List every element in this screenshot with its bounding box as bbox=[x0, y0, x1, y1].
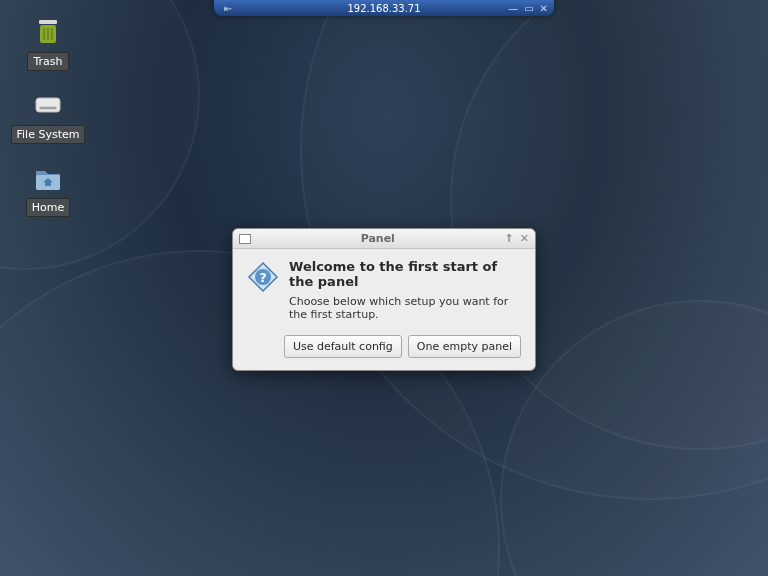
svg-rect-0 bbox=[39, 20, 57, 24]
svg-rect-2 bbox=[43, 28, 45, 40]
dialog-subtext: Choose below which setup you want for th… bbox=[289, 295, 521, 321]
dialog-titlebar[interactable]: Panel ↑ ✕ bbox=[233, 229, 535, 249]
svg-rect-4 bbox=[51, 28, 53, 40]
desktop-icon-label: File System bbox=[11, 125, 86, 144]
desktop-icon-label: Home bbox=[26, 198, 70, 217]
desktop-icon-filesystem[interactable]: File System bbox=[20, 89, 76, 144]
svg-rect-6 bbox=[40, 107, 56, 109]
dialog-rollup-icon[interactable]: ↑ bbox=[505, 232, 514, 245]
svg-text:?: ? bbox=[259, 270, 267, 285]
trash-icon bbox=[32, 16, 64, 48]
pin-icon[interactable]: ⇤ bbox=[224, 3, 232, 14]
desktop-icon-home[interactable]: Home bbox=[20, 162, 76, 217]
window-icon bbox=[239, 234, 251, 244]
dialog-title: Panel bbox=[251, 232, 505, 245]
minimize-icon[interactable]: — bbox=[508, 3, 518, 14]
home-folder-icon bbox=[32, 162, 64, 194]
viewer-titlebar: ⇤ 192.168.33.71 — ▭ ✕ bbox=[214, 0, 554, 16]
panel-dialog: Panel ↑ ✕ ? Welcome to the first start o… bbox=[232, 228, 536, 371]
svg-rect-3 bbox=[47, 28, 49, 40]
desktop-icon-trash[interactable]: Trash bbox=[20, 16, 76, 71]
desktop-icon-label: Trash bbox=[27, 52, 68, 71]
dialog-close-icon[interactable]: ✕ bbox=[520, 232, 529, 245]
question-icon: ? bbox=[247, 261, 279, 293]
use-default-config-button[interactable]: Use default config bbox=[284, 335, 402, 358]
dialog-heading: Welcome to the first start of the panel bbox=[289, 259, 521, 289]
close-icon[interactable]: ✕ bbox=[540, 3, 548, 14]
viewer-title: 192.168.33.71 bbox=[347, 3, 420, 14]
drive-icon bbox=[32, 89, 64, 121]
one-empty-panel-button[interactable]: One empty panel bbox=[408, 335, 521, 358]
svg-rect-5 bbox=[36, 98, 60, 112]
maximize-icon[interactable]: ▭ bbox=[524, 3, 533, 14]
desktop-icons: Trash File System Home bbox=[20, 16, 76, 217]
